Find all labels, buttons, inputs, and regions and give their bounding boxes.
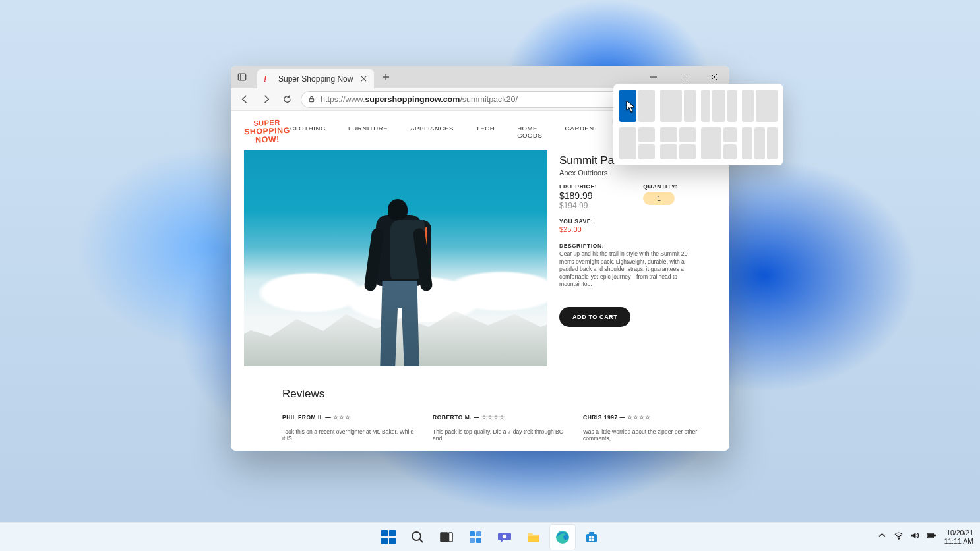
snap-layout-3col[interactable] xyxy=(701,90,737,122)
svg-rect-25 xyxy=(589,538,592,541)
svg-rect-14 xyxy=(449,533,453,542)
review-stars: ☆☆☆☆ xyxy=(481,414,505,420)
svg-rect-15 xyxy=(470,531,475,536)
product-details: Summit Pack 20 – Men's Apex Outdoors LIS… xyxy=(559,150,716,366)
product-price: $189.99 xyxy=(559,190,597,201)
svg-rect-13 xyxy=(441,533,448,542)
review-body: Was a little worried about the zipper pe… xyxy=(583,428,716,442)
volume-icon[interactable] xyxy=(910,531,920,543)
taskbar-date: 10/20/21 xyxy=(944,529,973,536)
system-tray: 10/20/21 11:11 AM xyxy=(877,529,973,544)
nav-refresh-button[interactable] xyxy=(280,92,294,107)
lock-icon xyxy=(308,94,315,105)
review-item: PHIL FROM IL — ☆☆☆ Took this on a recent… xyxy=(282,410,415,442)
taskbar-search-button[interactable] xyxy=(405,525,430,550)
product-description: Gear up and hit the trail in style with … xyxy=(559,250,691,289)
snap-layout-left-splitright[interactable] xyxy=(619,127,655,160)
snap-layout-wideleft-splitright[interactable] xyxy=(701,127,737,160)
nav-link-appliances[interactable]: APPLIANCES xyxy=(410,125,454,139)
svg-rect-10 xyxy=(309,98,313,102)
file-explorer-button[interactable] xyxy=(521,525,546,550)
quantity-stepper[interactable]: 1 xyxy=(643,192,675,205)
svg-rect-29 xyxy=(934,535,936,536)
widgets-button[interactable] xyxy=(463,525,488,550)
address-url: https://www.supershoppingnow.com/summitp… xyxy=(321,95,518,104)
nav-link-garden[interactable]: GARDEN xyxy=(565,125,594,139)
taskbar-center xyxy=(376,525,604,550)
taskbar-clock[interactable]: 10/20/21 11:11 AM xyxy=(944,529,973,544)
snap-layout-3col-even[interactable] xyxy=(742,127,778,160)
nav-forward-button[interactable] xyxy=(259,92,273,107)
tray-overflow-button[interactable] xyxy=(877,531,887,543)
svg-line-12 xyxy=(419,539,423,542)
svg-rect-30 xyxy=(928,534,933,536)
tab-title: Super Shopping Now xyxy=(278,74,353,84)
product-brand: Apex Outdoors xyxy=(559,169,716,177)
snap-layout-2col-even[interactable] xyxy=(619,90,655,122)
review-stars: ☆☆☆☆ xyxy=(627,414,651,420)
snap-layout-2col-wide-left[interactable] xyxy=(660,90,696,122)
review-author: ROBERTO M. — ☆☆☆☆ xyxy=(433,414,505,420)
battery-icon[interactable] xyxy=(927,531,936,543)
new-tab-button[interactable] xyxy=(377,66,395,88)
nav-link-clothing[interactable]: CLOTHING xyxy=(290,125,326,139)
start-button[interactable] xyxy=(376,525,401,550)
product-old-price: $194.99 xyxy=(559,201,597,210)
product-image xyxy=(244,150,547,366)
taskbar-time: 11:11 AM xyxy=(944,537,973,545)
list-price-label: LIST PRICE: xyxy=(559,183,597,190)
review-stars: ☆☆☆ xyxy=(333,414,351,420)
wifi-icon[interactable] xyxy=(894,531,903,543)
task-view-button[interactable] xyxy=(434,525,459,550)
add-to-cart-button[interactable]: ADD TO CART xyxy=(559,307,630,327)
svg-rect-18 xyxy=(476,538,481,543)
tab-actions-button[interactable] xyxy=(231,66,253,88)
review-author: CHRIS 1997 — ☆☆☆☆ xyxy=(583,414,651,420)
taskbar: 10/20/21 11:11 AM xyxy=(0,522,980,551)
tab-favicon: ! xyxy=(264,74,273,84)
svg-rect-26 xyxy=(592,538,595,541)
review-author: PHIL FROM IL — ☆☆☆ xyxy=(282,414,351,420)
svg-point-19 xyxy=(503,534,506,538)
you-save-value: $25.00 xyxy=(559,225,716,233)
reviews-list: PHIL FROM IL — ☆☆☆ Took this on a recent… xyxy=(231,410,729,442)
svg-rect-24 xyxy=(592,536,595,538)
review-body: This pack is top-quality. Did a 7-day tr… xyxy=(433,428,566,442)
review-item: CHRIS 1997 — ☆☆☆☆ Was a little worried a… xyxy=(583,410,716,442)
review-body: Took this on a recent overnighter at Mt.… xyxy=(282,428,415,442)
svg-rect-16 xyxy=(476,531,481,536)
svg-rect-22 xyxy=(589,532,594,535)
nav-link-home-goods[interactable]: HOME GOODS xyxy=(517,125,542,139)
snap-layout-quad[interactable] xyxy=(660,127,696,160)
description-label: DESCRIPTION: xyxy=(559,243,716,249)
tab-close-button[interactable] xyxy=(358,74,369,84)
review-item: ROBERTO M. — ☆☆☆☆ This pack is top-quali… xyxy=(433,410,566,442)
snap-layouts-flyout xyxy=(613,84,783,165)
svg-rect-17 xyxy=(470,538,475,543)
nav-link-tech[interactable]: TECH xyxy=(476,125,495,139)
nav-back-button[interactable] xyxy=(237,92,252,107)
chat-button[interactable] xyxy=(492,525,517,550)
nav-link-furniture[interactable]: FURNITURE xyxy=(348,125,388,139)
svg-rect-7 xyxy=(681,74,687,80)
snap-layout-2col-narrow-left[interactable] xyxy=(742,90,778,122)
microsoft-store-button[interactable] xyxy=(579,525,604,550)
quantity-label: QUANTITY: xyxy=(643,183,677,190)
you-save-label: YOU SAVE: xyxy=(559,218,716,225)
svg-rect-23 xyxy=(589,536,592,538)
svg-rect-0 xyxy=(238,74,245,80)
svg-point-27 xyxy=(898,538,899,539)
edge-browser-button[interactable] xyxy=(550,525,575,550)
browser-tab-active[interactable]: ! Super Shopping Now xyxy=(257,69,374,88)
reviews-heading: Reviews xyxy=(282,388,729,401)
main-nav: CLOTHING FURNITURE APPLIANCES TECH HOME … xyxy=(290,125,652,139)
svg-rect-21 xyxy=(586,534,597,542)
site-logo[interactable]: SUPER SHOPPING NOW! xyxy=(243,119,290,145)
